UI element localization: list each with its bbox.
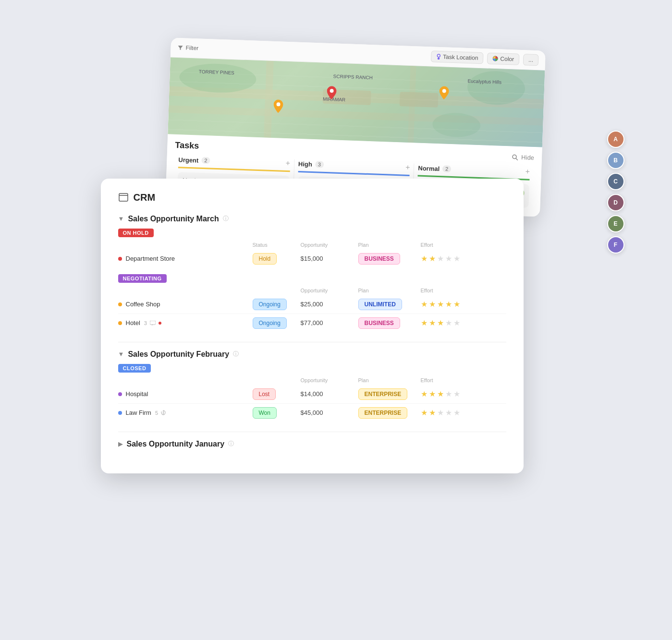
col-label-effort: Effort (421, 242, 493, 248)
row-coffee-shop[interactable]: Coffee Shop Ongoing $25,000 UNLIMITED ★ … (118, 295, 506, 314)
row-coffee-stars: ★ ★ ★ ★ ★ (421, 301, 493, 308)
star-5: ★ (453, 255, 460, 263)
map-pin-2 (273, 99, 283, 113)
comment-icon (150, 321, 156, 326)
right-avatar-3[interactable]: C (607, 173, 624, 190)
lawfirm-plan-pill: ENTERPRISE (358, 407, 408, 419)
map-pin-1 (326, 85, 336, 99)
task-location-label: Task Location (442, 53, 478, 61)
row-coffee-name: Coffee Shop (118, 301, 253, 308)
row-lawfirm-plan: ENTERPRISE (358, 407, 421, 419)
svg-line-16 (516, 158, 518, 160)
row-dept-status: Hold (253, 253, 301, 265)
col-label-name (118, 242, 253, 248)
row-lawfirm-stars: ★ ★ ★ ★ ★ (421, 409, 493, 417)
divider-1 (118, 342, 506, 342)
row-dept-plan: BUSINESS (358, 253, 421, 265)
row-lawfirm-opp: $45,000 (301, 409, 358, 416)
march-title: Sales Opportunity March (128, 215, 219, 223)
row-hotel-extras: 3 (144, 320, 161, 326)
coffee-status-pill: Ongoing (253, 299, 287, 310)
tasks-hide-button[interactable]: Hide (512, 153, 534, 161)
crm-title: CRM (134, 192, 156, 203)
col-urgent-title: Urgent (178, 156, 198, 163)
row-dept-store[interactable]: Department Store Hold $15,000 BUSINESS ★… (118, 250, 506, 268)
map-pin-3 (439, 86, 449, 100)
col-label-plan: Plan (358, 242, 421, 248)
row-hospital-opp: $14,000 (301, 390, 358, 398)
col-high-count: 3 (315, 161, 324, 168)
onhold-badge: ON HOLD (118, 229, 154, 237)
filter-button[interactable]: Filter (177, 44, 198, 51)
right-avatar-6[interactable]: F (607, 236, 624, 254)
col-normal-title: Normal (418, 164, 440, 172)
filter-label: Filter (185, 44, 198, 51)
map-label-scripps: SCRIPPS RANCH (333, 73, 373, 80)
group-january: ▶ Sales Opportunity January ⓘ (118, 440, 506, 448)
col-normal-add[interactable]: + (525, 167, 530, 176)
map-area: TORREY PINES SCRIPPS RANCH MIRAMAR Eucal… (168, 57, 545, 147)
svg-point-0 (437, 54, 440, 57)
february-closed-section: CLOSED Opportunity Plan Effort Hospital (118, 363, 506, 422)
january-title: Sales Opportunity January (127, 440, 225, 448)
group-march: ▼ Sales Opportunity March ⓘ ON HOLD Stat… (118, 215, 506, 332)
row-hospital-plan: ENTERPRISE (358, 388, 421, 400)
february-toggle[interactable]: ▼ (118, 350, 124, 358)
row-hotel[interactable]: Hotel 3 Ongoing $77,000 BUSINESS (118, 314, 506, 332)
february-title: Sales Opportunity February (128, 350, 229, 359)
task-location-button[interactable]: Task Location (430, 50, 483, 64)
row-dept-dot (118, 257, 122, 261)
row-lawfirm-status: Won (253, 407, 301, 419)
svg-rect-19 (150, 321, 156, 325)
hotel-status-pill: Ongoing (253, 317, 287, 329)
star-1: ★ (421, 255, 428, 263)
map-label-torrey: TORREY PINES (198, 69, 234, 75)
row-lawfirm-dot (118, 411, 122, 415)
row-coffee-dot (118, 302, 122, 306)
col-label-opportunity: Opportunity (301, 242, 358, 248)
group-february: ▼ Sales Opportunity February ⓘ CLOSED Op… (118, 350, 506, 422)
right-avatar-4[interactable]: D (607, 194, 624, 211)
row-coffee-plan: UNLIMITED (358, 299, 421, 310)
row-hospital-stars: ★ ★ ★ ★ ★ (421, 390, 493, 398)
red-dot-indicator (159, 322, 161, 325)
col-high-title: High (298, 160, 312, 168)
row-hotel-opp: $77,000 (301, 319, 358, 326)
star-2: ★ (429, 255, 436, 263)
row-lawfirm-name: Law Firm 5 (118, 409, 253, 416)
svg-point-15 (513, 154, 516, 158)
march-toggle[interactable]: ▼ (118, 215, 124, 222)
row-hospital-dot (118, 392, 122, 396)
tasks-title: Tasks (175, 140, 199, 151)
january-toggle[interactable]: ▶ (118, 440, 123, 447)
hospital-plan-pill: ENTERPRISE (358, 388, 408, 400)
color-button[interactable]: Color (487, 52, 519, 65)
right-avatar-2[interactable]: B (607, 152, 624, 169)
crm-card: CRM ▼ Sales Opportunity March ⓘ ON HOLD … (101, 179, 524, 473)
row-hospital[interactable]: Hospital Lost $14,000 ENTERPRISE ★ ★ ★ ★ (118, 385, 506, 404)
right-avatars-panel: A B C D E F (607, 131, 624, 254)
col-normal-count: 2 (442, 165, 451, 172)
march-onhold-section: ON HOLD Status Opportunity Plan Effort D… (118, 228, 506, 268)
col-urgent-add[interactable]: + (285, 158, 290, 167)
february-col-labels: Opportunity Plan Effort (118, 375, 506, 385)
row-hotel-status: Ongoing (253, 317, 301, 329)
right-avatar-1[interactable]: A (607, 131, 624, 148)
march-onhold-col-labels: Status Opportunity Plan Effort (118, 240, 506, 250)
more-options-button[interactable]: ... (523, 54, 538, 66)
crm-icon (118, 192, 129, 203)
march-negotiating-section: NEGOTIATING Opportunity Plan Effort Coff… (118, 274, 506, 332)
crm-header: CRM (118, 192, 506, 203)
paperclip-icon (161, 410, 167, 416)
row-coffee-opp: $25,000 (301, 301, 358, 308)
right-avatar-5[interactable]: E (607, 215, 624, 232)
color-label: Color (500, 55, 514, 62)
march-neg-col-labels: Opportunity Plan Effort (118, 286, 506, 295)
star-3: ★ (437, 255, 444, 263)
row-hotel-stars: ★ ★ ★ ★ ★ (421, 319, 493, 327)
closed-badge: CLOSED (118, 364, 151, 373)
dept-status-pill: Hold (253, 253, 277, 265)
col-high-add[interactable]: + (405, 163, 410, 171)
row-law-firm[interactable]: Law Firm 5 Won $45,000 ENTERPRISE (118, 404, 506, 422)
hotel-plan-pill: BUSINESS (358, 317, 400, 329)
